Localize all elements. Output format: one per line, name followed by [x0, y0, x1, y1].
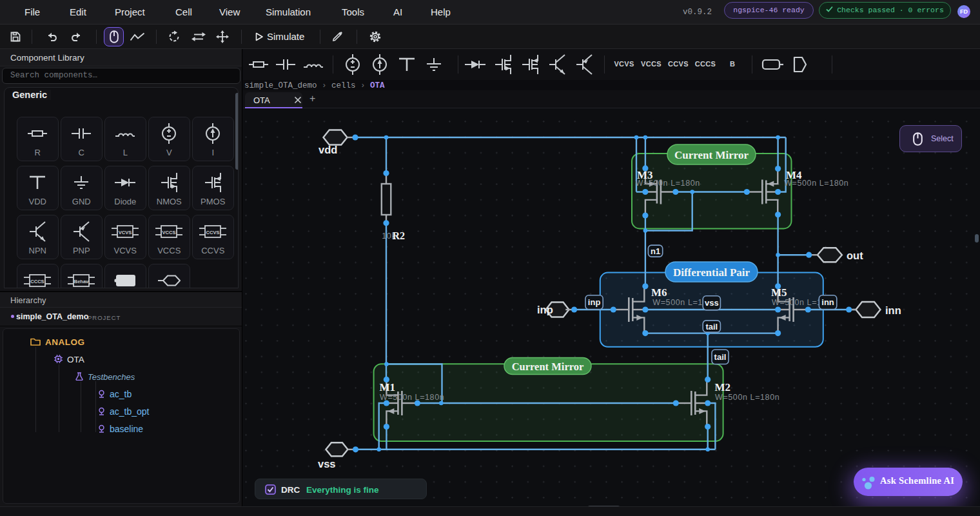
svg-text:CCCS: CCCS [31, 279, 44, 284]
svg-text:inp: inp [537, 304, 553, 315]
svg-text:M2: M2 [715, 381, 731, 393]
svg-text:vdd: vdd [318, 144, 337, 155]
svg-text:inp: inp [588, 297, 601, 307]
svg-text:W=500n L=180n: W=500n L=180n [715, 393, 779, 402]
svg-text:M1: M1 [380, 381, 396, 393]
svg-text:M5: M5 [771, 286, 787, 299]
svg-text:W=500n L=180n: W=500n L=180n [784, 179, 848, 188]
svg-text:Differential Pair: Differential Pair [673, 266, 750, 279]
svg-text:VCVS: VCVS [119, 230, 132, 235]
svg-text:W=500n L=180n: W=500n L=180n [636, 179, 700, 188]
svg-text:Current Mirror: Current Mirror [674, 149, 749, 161]
svg-text:R2: R2 [393, 230, 406, 241]
svg-text:out: out [847, 250, 863, 261]
svg-text:M6: M6 [651, 286, 667, 299]
svg-text:Behav: Behav [74, 279, 89, 284]
svg-text:tail: tail [705, 322, 718, 332]
svg-text:inn: inn [821, 297, 834, 307]
svg-text:tail: tail [714, 352, 727, 362]
svg-text:CCVS: CCVS [206, 230, 220, 235]
svg-text:VCCS: VCCS [162, 230, 176, 235]
svg-text:vss: vss [318, 458, 336, 470]
svg-text:W=500n L=180n: W=500n L=180n [380, 393, 444, 402]
svg-text:n1: n1 [651, 246, 660, 256]
svg-text:vss: vss [705, 298, 719, 308]
svg-text:inn: inn [885, 304, 901, 316]
svg-text:Current Mirror: Current Mirror [512, 361, 584, 373]
